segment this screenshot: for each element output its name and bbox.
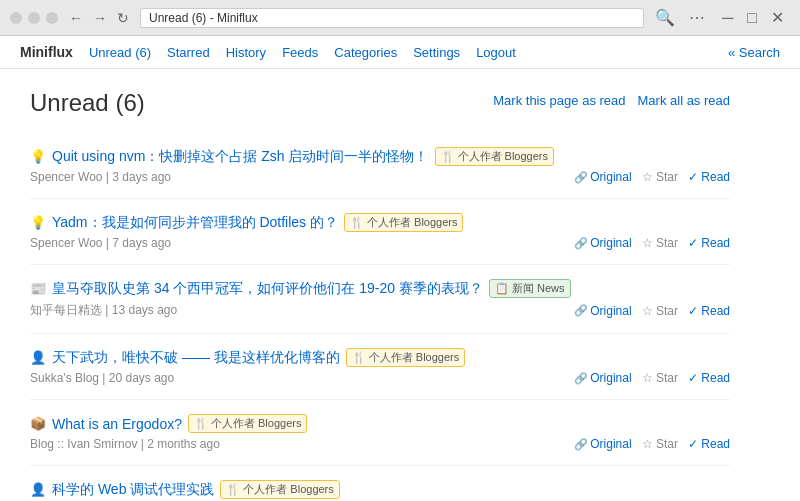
tag-icon: 📋 [495,282,509,295]
star-link[interactable]: ☆ Star [642,170,678,184]
feed-source: Spencer Woo | 7 days ago [30,236,171,250]
feed-item: 💡 Yadm：我是如何同步并管理我的 Dotfiles 的？ 🍴 个人作者 Bl… [30,199,730,265]
feed-item-title[interactable]: Quit using nvm：快删掉这个占据 Zsh 启动时间一半的怪物！ [52,148,429,166]
feed-category-tag[interactable]: 🍴 个人作者 Bloggers [346,348,465,367]
feed-item-header: 👤 科学的 Web 调试代理实践 🍴 个人作者 Bloggers [30,480,730,499]
feed-category-tag[interactable]: 🍴 个人作者 Bloggers [188,414,307,433]
browser-chrome: ← → ↻ 🔍 ⋯ ─ □ ✕ [0,0,800,36]
search-button[interactable]: 🔍 [652,8,678,27]
feed-item-header: 👤 天下武功，唯快不破 —— 我是这样优化博客的 🍴 个人作者 Bloggers [30,348,730,367]
address-bar[interactable] [140,8,644,28]
tag-label: 个人作者 Bloggers [243,482,333,497]
nav-settings[interactable]: Settings [413,45,460,60]
tag-icon: 🍴 [352,351,366,364]
feed-item-title[interactable]: 天下武功，唯快不破 —— 我是这样优化博客的 [52,349,340,367]
feed-item-title[interactable]: Yadm：我是如何同步并管理我的 Dotfiles 的？ [52,214,338,232]
tag-icon: 🍴 [226,483,240,496]
feed-category-tag[interactable]: 🍴 个人作者 Bloggers [435,147,554,166]
read-link[interactable]: ✓ Read [688,371,730,385]
page-actions: Mark this page as read Mark all as read [493,93,730,108]
maximize-window-btn[interactable] [46,12,58,24]
feed-meta: Blog :: Ivan Smirnov | 2 months ago 🔗 Or… [30,437,730,451]
feed-source: Sukka's Blog | 20 days ago [30,371,174,385]
maximize-btn[interactable]: □ [741,8,763,27]
feed-category-tag[interactable]: 🍴 个人作者 Bloggers [220,480,339,499]
feed-actions: 🔗 Original ☆ Star ✓ Read [574,437,730,451]
tag-label: 个人作者 Bloggers [211,416,301,431]
close-window-btn[interactable] [10,12,22,24]
feed-item-title[interactable]: 科学的 Web 调试代理实践 [52,481,214,499]
minimize-window-btn[interactable] [28,12,40,24]
page-title: Unread (6) [30,89,145,117]
original-link[interactable]: 🔗 Original [574,170,631,184]
tag-icon: 🍴 [350,216,364,229]
nav-history[interactable]: History [226,45,266,60]
feed-item-icon: 👤 [30,350,46,366]
feed-actions: 🔗 Original ☆ Star ✓ Read [574,371,730,385]
feed-actions: 🔗 Original ☆ Star ✓ Read [574,304,730,318]
feed-item-icon: 📦 [30,416,46,432]
star-link[interactable]: ☆ Star [642,304,678,318]
original-link[interactable]: 🔗 Original [574,437,631,451]
browser-nav: ← → ↻ [66,10,132,26]
main-content: Unread (6) Mark this page as read Mark a… [0,69,760,501]
tag-label: 个人作者 Bloggers [369,350,459,365]
tag-icon: 🍴 [441,150,455,163]
tag-label: 个人作者 Bloggers [367,215,457,230]
nav-categories[interactable]: Categories [334,45,397,60]
feed-source: Blog :: Ivan Smirnov | 2 months ago [30,437,220,451]
feed-item-header: 📦 What is an Ergodox? 🍴 个人作者 Bloggers [30,414,730,433]
feed-source: 知乎每日精选 | 13 days ago [30,302,177,319]
original-link[interactable]: 🔗 Original [574,371,631,385]
original-link[interactable]: 🔗 Original [574,304,631,318]
tag-label: 新闻 News [512,281,565,296]
star-link[interactable]: ☆ Star [642,437,678,451]
nav-feeds[interactable]: Feeds [282,45,318,60]
minimize-btn[interactable]: ─ [716,8,739,27]
nav-brand: Miniflux [20,44,73,60]
feed-actions: 🔗 Original ☆ Star ✓ Read [574,170,730,184]
feed-item-header: 📰 皇马夺取队史第 34 个西甲冠军，如何评价他们在 19-20 赛季的表现？ … [30,279,730,298]
star-link[interactable]: ☆ Star [642,236,678,250]
back-button[interactable]: ← [66,10,86,26]
nav-search[interactable]: « Search [728,45,780,60]
feed-meta: Spencer Woo | 7 days ago 🔗 Original ☆ St… [30,236,730,250]
feed-item-header: 💡 Quit using nvm：快删掉这个占据 Zsh 启动时间一半的怪物！ … [30,147,730,166]
feed-item-title[interactable]: What is an Ergodox? [52,416,182,432]
forward-button[interactable]: → [90,10,110,26]
feed-meta: Spencer Woo | 3 days ago 🔗 Original ☆ St… [30,170,730,184]
mark-page-as-read-link[interactable]: Mark this page as read [493,93,625,108]
feed-item-icon: 💡 [30,149,46,165]
feed-category-tag[interactable]: 📋 新闻 News [489,279,571,298]
close-btn[interactable]: ✕ [765,8,790,27]
mark-all-as-read-link[interactable]: Mark all as read [638,93,730,108]
nav-starred[interactable]: Starred [167,45,210,60]
feed-category-tag[interactable]: 🍴 个人作者 Bloggers [344,213,463,232]
feed-item-icon: 💡 [30,215,46,231]
top-nav: Miniflux Unread (6) Starred History Feed… [0,36,800,69]
read-link[interactable]: ✓ Read [688,170,730,184]
browser-traffic-lights [10,12,58,24]
read-link[interactable]: ✓ Read [688,437,730,451]
page: Miniflux Unread (6) Starred History Feed… [0,36,800,501]
feed-item: 📰 皇马夺取队史第 34 个西甲冠军，如何评价他们在 19-20 赛季的表现？ … [30,265,730,334]
reload-button[interactable]: ↻ [114,10,132,26]
nav-logout[interactable]: Logout [476,45,516,60]
original-link[interactable]: 🔗 Original [574,236,631,250]
star-link[interactable]: ☆ Star [642,371,678,385]
window-controls: ─ □ ✕ [716,8,790,27]
feed-actions: 🔗 Original ☆ Star ✓ Read [574,236,730,250]
feed-item: 👤 天下武功，唯快不破 —— 我是这样优化博客的 🍴 个人作者 Bloggers… [30,334,730,400]
feed-item-title[interactable]: 皇马夺取队史第 34 个西甲冠军，如何评价他们在 19-20 赛季的表现？ [52,280,483,298]
feed-meta: 知乎每日精选 | 13 days ago 🔗 Original ☆ Star ✓… [30,302,730,319]
nav-unread[interactable]: Unread (6) [89,45,151,60]
feed-list: 💡 Quit using nvm：快删掉这个占据 Zsh 启动时间一半的怪物！ … [30,133,730,501]
feed-item-icon: 👤 [30,482,46,498]
tag-label: 个人作者 Bloggers [458,149,548,164]
browser-menu-button[interactable]: ⋯ [686,8,708,27]
feed-source: Spencer Woo | 3 days ago [30,170,171,184]
read-link[interactable]: ✓ Read [688,236,730,250]
feed-meta: Sukka's Blog | 20 days ago 🔗 Original ☆ … [30,371,730,385]
feed-item: 👤 科学的 Web 调试代理实践 🍴 个人作者 Bloggers Hi, DIY… [30,466,730,501]
read-link[interactable]: ✓ Read [688,304,730,318]
